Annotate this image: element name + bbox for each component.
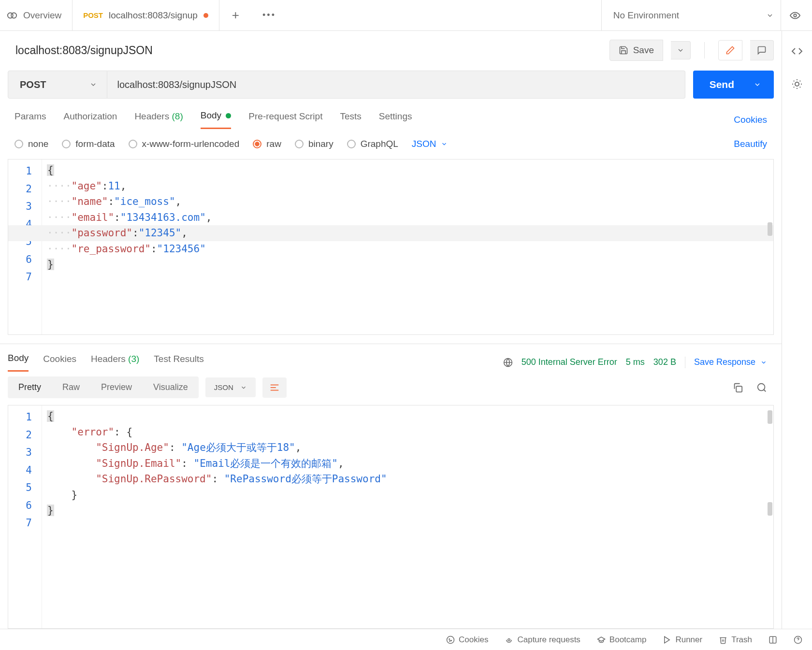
cookies-link[interactable]: Cookies <box>734 115 767 125</box>
body-type-formdata[interactable]: form-data <box>62 139 115 149</box>
body-type-graphql[interactable]: GraphQL <box>347 139 398 149</box>
code-snippet-button[interactable] <box>791 45 803 57</box>
resp-tab-testresults[interactable]: Test Results <box>154 354 203 371</box>
footer-runner[interactable]: Runner <box>663 635 702 645</box>
ellipsis-icon: ••• <box>262 10 276 20</box>
radio-icon <box>347 140 356 148</box>
body-type-none[interactable]: none <box>14 139 48 149</box>
separator <box>704 42 705 58</box>
response-view-row: Pretty Raw Preview Visualize JSON <box>0 372 782 398</box>
scrollbar[interactable] <box>768 222 772 236</box>
environment-label: No Environment <box>613 10 679 21</box>
separator <box>685 357 685 368</box>
radio-icon <box>295 140 304 148</box>
svg-point-11 <box>447 636 454 643</box>
footer-capture[interactable]: Capture requests <box>505 635 580 645</box>
save-button[interactable]: Save <box>609 40 663 61</box>
tab-tests[interactable]: Tests <box>340 111 361 129</box>
request-header: localhost:8083/signupJSON Save <box>0 31 782 67</box>
response-status: 500 Internal Server Error <box>522 357 617 367</box>
svg-point-10 <box>795 82 799 86</box>
tab-label: localhost:8083/signup <box>109 10 198 21</box>
tab-settings[interactable]: Settings <box>379 111 412 129</box>
line-gutter: 1234567 <box>8 405 42 628</box>
body-type-raw[interactable]: raw <box>253 139 281 149</box>
svg-point-12 <box>449 638 450 639</box>
copy-button[interactable] <box>732 382 743 393</box>
beautify-link[interactable]: Beautify <box>734 139 767 149</box>
new-tab-button[interactable]: + <box>219 0 252 30</box>
response-size: 302 B <box>653 357 676 367</box>
chevron-down-icon <box>754 81 761 88</box>
raw-format-select[interactable]: JSON <box>412 139 448 149</box>
response-format-select[interactable]: JSON <box>205 377 256 397</box>
radio-icon <box>62 140 71 148</box>
svg-line-9 <box>764 390 766 391</box>
view-preview[interactable]: Preview <box>90 376 143 398</box>
svg-point-14 <box>450 640 450 641</box>
view-pretty[interactable]: Pretty <box>8 376 52 398</box>
footer-panes[interactable] <box>768 636 777 644</box>
headers-count: (8) <box>172 111 183 121</box>
footer-trash[interactable]: Trash <box>719 635 752 645</box>
view-raw[interactable]: Raw <box>52 376 90 398</box>
view-visualize[interactable]: Visualize <box>143 376 199 398</box>
tab-authorization[interactable]: Authorization <box>63 111 117 129</box>
url-input[interactable] <box>107 71 685 99</box>
response-tabs: Body Cookies Headers (3) Test Results 50… <box>0 344 782 372</box>
request-body-editor[interactable]: 1234567 { ····"age":11, ····"name":"ice_… <box>8 159 774 335</box>
save-label: Save <box>633 45 654 56</box>
footer-bootcamp[interactable]: Bootcamp <box>597 635 647 645</box>
overview-icon <box>7 10 17 21</box>
svg-point-13 <box>451 640 452 641</box>
search-button[interactable] <box>756 382 767 393</box>
tab-more-button[interactable]: ••• <box>252 0 287 30</box>
tab-bar: Overview POST localhost:8083/signup + ••… <box>0 0 812 31</box>
info-button[interactable] <box>791 78 803 90</box>
scrollbar[interactable] <box>768 410 772 424</box>
scrollbar[interactable] <box>768 502 772 516</box>
method-badge: POST <box>83 11 103 19</box>
svg-rect-7 <box>736 386 742 392</box>
tab-body[interactable]: Body <box>201 110 232 129</box>
save-response-button[interactable]: Save Response <box>694 357 767 367</box>
tab-pre-request[interactable]: Pre-request Script <box>248 111 322 129</box>
resp-tab-headers[interactable]: Headers (3) <box>91 354 139 371</box>
comment-button[interactable] <box>750 40 774 60</box>
method-select[interactable]: POST <box>8 71 107 99</box>
footer-help[interactable] <box>794 636 802 644</box>
body-label: Body <box>201 110 221 120</box>
svg-point-1 <box>11 13 16 18</box>
resp-tab-body[interactable]: Body <box>8 353 29 372</box>
tab-overview[interactable]: Overview <box>0 0 72 30</box>
environment-select[interactable]: No Environment <box>613 10 774 21</box>
body-type-urlencoded[interactable]: x-www-form-urlencoded <box>129 139 240 149</box>
wrap-lines-button[interactable] <box>262 377 287 398</box>
chevron-down-icon <box>766 12 774 19</box>
svg-point-15 <box>508 638 510 641</box>
save-dropdown[interactable] <box>671 41 691 59</box>
url-bar: POST Send <box>8 71 774 99</box>
unsaved-dot-icon <box>203 13 208 18</box>
tab-params[interactable]: Params <box>14 111 46 129</box>
code-area: { "error": { "SignUp.Age": "Age必须大于或等于18… <box>47 408 773 519</box>
footer-cookies[interactable]: Cookies <box>446 635 488 645</box>
send-label: Send <box>710 79 734 90</box>
svg-marker-16 <box>665 636 670 643</box>
body-type-binary[interactable]: binary <box>295 139 334 149</box>
chevron-down-icon <box>89 81 97 88</box>
response-body-editor[interactable]: 1234567 { "error": { "SignUp.Age": "Age必… <box>8 405 774 629</box>
edit-button[interactable] <box>718 40 742 60</box>
tab-headers[interactable]: Headers (8) <box>134 111 183 129</box>
code-area[interactable]: { ····"age":11, ····"name":"ice_moss", ·… <box>47 162 773 273</box>
radio-icon <box>129 140 137 148</box>
send-button[interactable]: Send <box>693 71 774 99</box>
tab-request-active[interactable]: POST localhost:8083/signup <box>72 0 219 30</box>
line-gutter: 1234567 <box>8 159 42 334</box>
body-type-row: none form-data x-www-form-urlencoded raw… <box>0 129 782 157</box>
globe-icon[interactable] <box>503 358 513 367</box>
env-quicklook-button[interactable] <box>781 0 800 30</box>
response-status-bar: 500 Internal Server Error 5 ms 302 B Sav… <box>503 357 767 368</box>
radio-icon <box>253 140 261 148</box>
resp-tab-cookies[interactable]: Cookies <box>43 354 76 371</box>
